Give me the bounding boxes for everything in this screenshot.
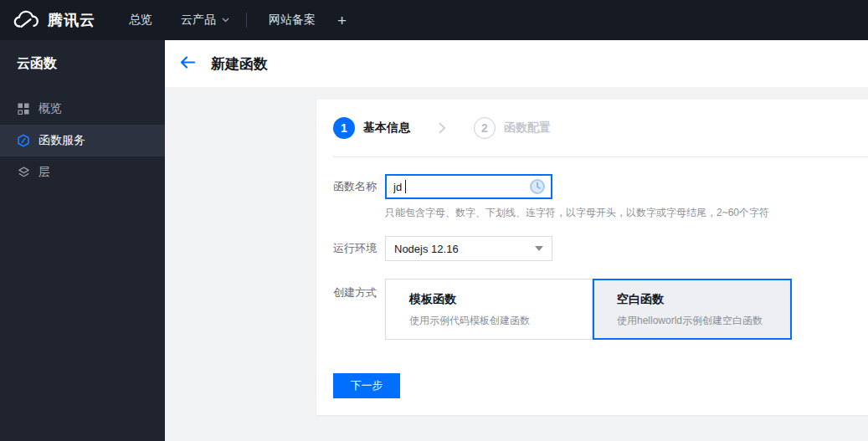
function-name-label: 函数名称 <box>333 174 385 199</box>
back-button[interactable] <box>180 56 195 72</box>
sidebar-title: 云函数 <box>0 40 165 73</box>
text-caret <box>405 180 406 193</box>
sidebar-item-overview[interactable]: 概览 <box>0 93 165 125</box>
nav-item-cloud-products[interactable]: 云产品 <box>181 13 229 28</box>
topbar: 腾讯云 总览 云产品 网站备案 + <box>0 0 868 40</box>
tab-website-beian[interactable]: 网站备案 <box>269 13 316 28</box>
steps-divider <box>333 156 868 157</box>
runtime-label: 运行环境 <box>333 236 385 261</box>
sidebar-item-label: 函数服务 <box>39 133 85 148</box>
runtime-selected-value: Nodejs 12.16 <box>394 243 459 255</box>
add-tab-button[interactable]: + <box>337 13 347 28</box>
page-title: 新建函数 <box>211 54 268 74</box>
topbar-divider <box>246 13 247 28</box>
step-function-config: 2 函数配置 <box>474 117 551 139</box>
basic-info-form: 函数名称 只能包含字母、数字、下划线、连字符，以字母开头，以数字或字母结尾，2~… <box>316 174 868 340</box>
chevron-right-icon <box>439 122 445 134</box>
function-hexagon-icon <box>17 134 30 147</box>
chevron-down-icon <box>222 18 229 23</box>
function-name-input-wrap <box>385 174 552 199</box>
sidebar-item-label: 层 <box>39 165 50 180</box>
option-desc: 使用helloworld示例创建空白函数 <box>617 314 782 328</box>
top-navigation: 总览 云产品 网站备案 + <box>116 13 347 28</box>
step-basic-info: 1 基本信息 <box>333 117 410 139</box>
wizard-steps: 1 基本信息 2 函数配置 <box>316 100 868 139</box>
option-title: 空白函数 <box>617 292 782 307</box>
grid-icon <box>17 103 30 115</box>
back-arrow-icon <box>180 56 195 72</box>
nav-item-overview[interactable]: 总览 <box>129 13 152 28</box>
runtime-select[interactable]: Nodejs 12.16 <box>385 236 552 261</box>
sidebar-menu: 概览 函数服务 层 <box>0 93 165 188</box>
option-card-blank-function[interactable]: 空白函数 使用helloworld示例创建空白函数 <box>593 279 792 340</box>
option-card-template-function[interactable]: 模板函数 使用示例代码模板创建函数 <box>385 279 593 340</box>
brand-home-link[interactable]: 腾讯云 <box>12 10 95 30</box>
sidebar-item-layers[interactable]: 层 <box>0 156 165 188</box>
next-step-button[interactable]: 下一步 <box>333 373 400 398</box>
clock-icon <box>529 178 546 198</box>
chevron-down-icon <box>535 246 543 251</box>
runtime-row: 运行环境 Nodejs 12.16 <box>333 236 851 261</box>
app-root: 腾讯云 总览 云产品 网站备案 + 云函数 <box>0 0 868 441</box>
tencent-cloud-logo-icon <box>12 10 40 30</box>
step-2-indicator: 2 <box>474 117 496 139</box>
sidebar: 云函数 概览 <box>0 40 165 441</box>
create-function-card: 1 基本信息 2 函数配置 函数名称 <box>316 100 868 415</box>
step-2-label: 函数配置 <box>504 121 551 136</box>
option-title: 模板函数 <box>409 292 583 307</box>
brand-name: 腾讯云 <box>48 10 95 30</box>
option-desc: 使用示例代码模板创建函数 <box>409 314 583 328</box>
sidebar-item-function-service[interactable]: 函数服务 <box>0 125 165 156</box>
sidebar-item-label: 概览 <box>39 101 62 116</box>
function-name-input[interactable] <box>385 174 552 199</box>
page-header: 新建函数 <box>165 40 868 87</box>
function-name-row: 函数名称 <box>333 174 851 199</box>
create-method-label: 创建方式 <box>333 279 385 340</box>
create-method-row: 创建方式 模板函数 使用示例代码模板创建函数 空白函数 使用helloworld… <box>333 279 851 340</box>
function-name-help: 只能包含字母、数字、下划线、连字符，以字母开头，以数字或字母结尾，2~60个字符 <box>385 206 851 220</box>
step-1-label: 基本信息 <box>363 121 410 136</box>
content-area: 1 基本信息 2 函数配置 函数名称 <box>165 87 868 441</box>
step-1-indicator: 1 <box>333 117 355 139</box>
create-method-options: 模板函数 使用示例代码模板创建函数 空白函数 使用helloworld示例创建空… <box>385 279 792 340</box>
layers-icon <box>17 167 30 179</box>
nav-item-cloud-products-label: 云产品 <box>181 13 216 28</box>
